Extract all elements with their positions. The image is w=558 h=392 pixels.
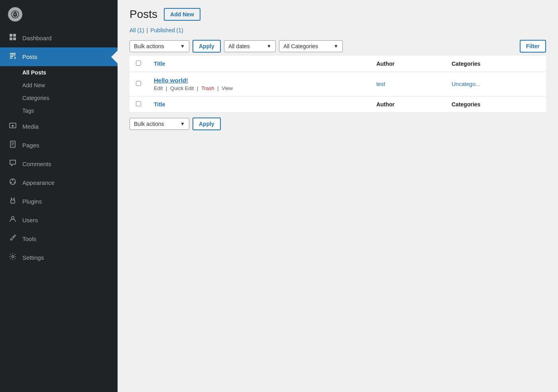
bottom-apply-button[interactable]: Apply bbox=[193, 118, 221, 130]
page-title: Posts bbox=[130, 8, 157, 21]
sidebar-item-label: Settings bbox=[22, 254, 44, 261]
post-categories-cell: Uncatego... bbox=[445, 72, 546, 96]
footer-author-header: Author bbox=[370, 96, 445, 113]
footer-checkbox-header bbox=[130, 96, 147, 113]
sidebar-item-add-new[interactable]: Add New bbox=[0, 79, 118, 92]
bottom-toolbar: Bulk actions ▼ Apply bbox=[130, 113, 546, 135]
svg-point-13 bbox=[14, 182, 15, 183]
select-all-checkbox[interactable] bbox=[136, 61, 141, 66]
footer-title-sort-link[interactable]: Title bbox=[154, 101, 165, 108]
view-link[interactable]: View bbox=[222, 85, 233, 91]
posts-icon bbox=[8, 52, 18, 61]
post-author-link[interactable]: test bbox=[376, 81, 385, 87]
sidebar-item-label: Dashboard bbox=[22, 35, 51, 41]
row-checkbox-cell bbox=[130, 72, 147, 96]
svg-marker-6 bbox=[12, 125, 14, 127]
media-icon bbox=[8, 122, 18, 131]
svg-point-21 bbox=[11, 239, 12, 240]
post-category-link[interactable]: Uncatego... bbox=[452, 81, 480, 87]
sidebar-item-tools[interactable]: Tools bbox=[0, 229, 118, 248]
sidebar-item-categories[interactable]: Categories bbox=[0, 92, 118, 104]
footer-header-row: Title Author Categories bbox=[130, 96, 546, 113]
sidebar-item-settings[interactable]: Settings bbox=[0, 248, 118, 267]
posts-table: Title Author Categories Hello world! Edi… bbox=[130, 56, 546, 113]
comments-icon bbox=[8, 159, 18, 169]
sidebar-item-tags[interactable]: Tags bbox=[0, 104, 118, 117]
post-author-cell: test bbox=[370, 72, 445, 96]
dates-dropdown[interactable]: All dates ▼ bbox=[224, 40, 276, 52]
sidebar-item-plugins[interactable]: Plugins bbox=[0, 192, 118, 211]
bulk-actions-dropdown[interactable]: Bulk actions ▼ bbox=[130, 40, 189, 52]
chevron-down-icon: ▼ bbox=[180, 121, 185, 127]
svg-point-12 bbox=[12, 180, 14, 181]
sidebar-item-label: Appearance bbox=[22, 179, 55, 186]
footer-categories-header: Categories bbox=[445, 96, 546, 113]
top-toolbar: Bulk actions ▼ Apply All dates ▼ All Cat… bbox=[130, 40, 546, 53]
footer-select-all-checkbox[interactable] bbox=[136, 101, 141, 106]
tools-icon bbox=[8, 234, 18, 243]
post-actions: Edit | Quick Edit | Trash | View bbox=[154, 85, 363, 91]
sidebar-item-users[interactable]: Users bbox=[0, 211, 118, 229]
sidebar-item-posts[interactable]: Posts bbox=[0, 47, 118, 66]
categories-dropdown[interactable]: All Categories ▼ bbox=[279, 40, 343, 52]
chevron-down-icon: ▼ bbox=[334, 43, 338, 49]
edit-link[interactable]: Edit bbox=[154, 85, 163, 91]
wp-logo-icon bbox=[8, 7, 22, 22]
row-checkbox[interactable] bbox=[136, 81, 141, 86]
plugins-icon bbox=[8, 197, 18, 206]
appearance-icon bbox=[8, 178, 18, 187]
sidebar-item-appearance[interactable]: Appearance bbox=[0, 173, 118, 192]
active-indicator bbox=[111, 51, 118, 63]
main-content: Posts Add New All (1) | Published (1) Bu… bbox=[118, 0, 558, 392]
svg-rect-15 bbox=[11, 200, 15, 203]
filter-links: All (1) | Published (1) bbox=[130, 27, 546, 33]
chevron-down-icon: ▼ bbox=[267, 43, 271, 49]
svg-rect-3 bbox=[10, 37, 12, 40]
footer-title-header: Title bbox=[147, 96, 370, 113]
dashboard-icon bbox=[8, 33, 18, 43]
sidebar-item-all-posts[interactable]: All Posts bbox=[0, 66, 118, 79]
svg-rect-2 bbox=[13, 34, 16, 37]
bottom-bulk-actions-dropdown[interactable]: Bulk actions ▼ bbox=[130, 118, 189, 130]
filter-separator: | bbox=[147, 27, 148, 33]
title-header: Title bbox=[147, 56, 370, 72]
post-title-link[interactable]: Hello world! bbox=[154, 77, 188, 84]
filter-all-link[interactable]: All (1) bbox=[130, 27, 144, 33]
sidebar: Dashboard Posts All Posts Add New Catego… bbox=[0, 0, 118, 392]
sidebar-logo bbox=[0, 0, 118, 29]
page-header: Posts Add New bbox=[130, 8, 546, 21]
sidebar-item-label: Plugins bbox=[22, 198, 42, 205]
pages-icon bbox=[8, 141, 18, 150]
sidebar-item-label: Users bbox=[22, 217, 38, 223]
sidebar-item-dashboard[interactable]: Dashboard bbox=[0, 29, 118, 47]
posts-submenu: All Posts Add New Categories Tags bbox=[0, 66, 118, 117]
chevron-down-icon: ▼ bbox=[180, 43, 185, 49]
svg-rect-7 bbox=[10, 141, 15, 147]
svg-rect-1 bbox=[10, 34, 12, 37]
svg-point-14 bbox=[11, 182, 12, 183]
post-title-cell: Hello world! Edit | Quick Edit | Trash |… bbox=[147, 72, 370, 96]
svg-point-22 bbox=[12, 256, 14, 258]
filter-button[interactable]: Filter bbox=[520, 40, 546, 53]
sidebar-item-pages[interactable]: Pages bbox=[0, 136, 118, 155]
table-row: Hello world! Edit | Quick Edit | Trash |… bbox=[130, 72, 546, 96]
posts-table-wrapper: Title Author Categories Hello world! Edi… bbox=[130, 56, 546, 113]
sidebar-item-label: Media bbox=[22, 123, 39, 130]
settings-icon bbox=[8, 253, 18, 262]
users-icon bbox=[8, 216, 18, 225]
title-sort-link[interactable]: Title bbox=[154, 61, 165, 67]
sidebar-item-label: Comments bbox=[22, 161, 51, 167]
sidebar-item-label: Posts bbox=[22, 53, 37, 60]
sidebar-item-label: Tools bbox=[22, 235, 36, 242]
author-header: Author bbox=[370, 56, 445, 72]
trash-link[interactable]: Trash bbox=[201, 85, 214, 91]
apply-button[interactable]: Apply bbox=[193, 40, 221, 53]
categories-header: Categories bbox=[445, 56, 546, 72]
add-new-button[interactable]: Add New bbox=[164, 8, 200, 21]
svg-rect-4 bbox=[13, 37, 16, 40]
sidebar-item-media[interactable]: Media bbox=[0, 117, 118, 136]
sidebar-item-comments[interactable]: Comments bbox=[0, 155, 118, 173]
filter-published-link[interactable]: Published (1) bbox=[150, 27, 183, 33]
sidebar-item-label: Pages bbox=[22, 142, 39, 149]
quick-edit-link[interactable]: Quick Edit bbox=[170, 85, 194, 91]
